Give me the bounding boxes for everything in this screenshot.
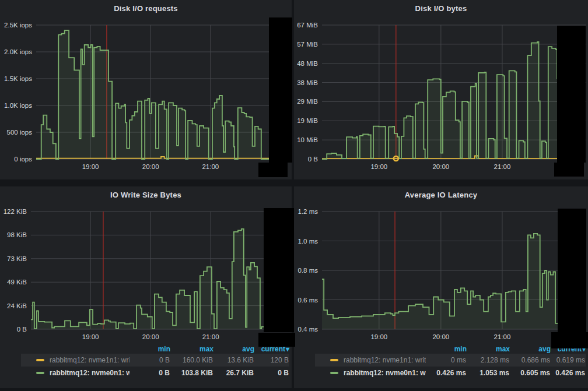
legend-col-min[interactable]: min xyxy=(130,345,170,353)
y-tick-label: 0 iops xyxy=(14,156,32,163)
series-color-swatch[interactable] xyxy=(330,359,338,361)
legend-row-nvme0n1[interactable]: rabbitmq12: nvme0n1: write 0.426 ms 1.05… xyxy=(315,367,586,379)
legend-col-max[interactable]: max xyxy=(467,345,510,353)
x-tick-label: 21:00 xyxy=(202,333,219,340)
y-tick-label: 2.0K iops xyxy=(4,48,32,55)
redaction-box xyxy=(258,163,288,177)
legend-max-value: 160.0 KiB xyxy=(170,356,214,364)
series-label[interactable]: rabbitmq12: nvme0n1: write xyxy=(50,369,130,377)
legend-col-min[interactable]: min xyxy=(426,345,467,353)
y-tick-label: 1.2 ms xyxy=(298,208,318,215)
y-tick-label: 19 MiB xyxy=(297,117,318,124)
y-tick-label: 48 MiB xyxy=(297,60,318,67)
legend-row-nvme0n1[interactable]: rabbitmq12: nvme0n1: write 0 B 103.8 KiB… xyxy=(21,367,289,379)
y-tick-label: 49 KiB xyxy=(7,279,27,286)
legend-table: min max avg current▾ rabbitmq12: nvme1n1… xyxy=(315,344,586,379)
y-tick-label: 2.5K iops xyxy=(4,22,32,29)
x-tick-label: 20:00 xyxy=(142,163,159,170)
legend-col-avg[interactable]: avg xyxy=(214,345,254,353)
legend-avg-value: 0.605 ms xyxy=(510,369,551,377)
legend-min-value: 0.426 ms xyxy=(426,369,467,377)
panel-disk-io-requests: Disk I/O requests 0 iops500 iops1.0K iop… xyxy=(0,0,292,179)
x-tick-label: 20:00 xyxy=(142,333,159,340)
series-line xyxy=(322,42,562,159)
y-tick-label: 0 B xyxy=(17,326,27,333)
y-tick-label: 0.8 ms xyxy=(298,267,318,274)
series-fill xyxy=(31,229,268,329)
y-tick-label: 1.0 ms xyxy=(298,238,318,245)
panel-io-write-size-bytes: IO Write Size Bytes 0 B24 KiB49 KiB73 Ki… xyxy=(0,186,292,388)
redaction-box xyxy=(558,209,586,333)
panel-average-io-latency: Average IO Latency 0.4 ms0.6 ms0.8 ms1.0… xyxy=(294,186,588,388)
series-color-swatch[interactable] xyxy=(36,359,44,361)
legend-min-value: 0 B xyxy=(130,369,170,377)
y-tick-label: 29 MiB xyxy=(297,98,318,105)
x-tick-label: 19:00 xyxy=(370,163,387,170)
series-color-swatch[interactable] xyxy=(330,372,338,374)
x-tick-label: 20:00 xyxy=(432,333,449,340)
y-tick-label: 0.6 ms xyxy=(298,297,318,304)
x-tick-label: 21:00 xyxy=(494,333,511,340)
legend-col-avg[interactable]: avg xyxy=(510,345,551,353)
legend-header-row: min max avg current▾ xyxy=(21,344,289,354)
y-tick-label: 38 MiB xyxy=(297,79,318,86)
redaction-box xyxy=(269,17,292,163)
x-tick-label: 19:00 xyxy=(370,333,387,340)
series-label[interactable]: rabbitmq12: nvme0n1: write xyxy=(344,369,426,377)
y-tick-label: 98 KiB xyxy=(7,231,27,238)
legend-min-value: 0 B xyxy=(130,356,170,364)
redaction-box xyxy=(551,332,588,348)
legend-current-value: 0.426 ms xyxy=(551,369,586,377)
y-tick-label: 57 MiB xyxy=(297,41,318,48)
legend-current-value: 0.619 ms xyxy=(551,356,586,364)
redaction-box xyxy=(554,163,584,177)
legend-min-value: 0 ms xyxy=(426,356,467,364)
disk-io-requests-chart[interactable]: 0 iops500 iops1.0K iops1.5K iops2.0K iop… xyxy=(0,0,292,179)
redaction-box xyxy=(258,333,295,347)
legend-avg-value: 13.6 KiB xyxy=(214,356,254,364)
y-tick-label: 122 KiB xyxy=(4,208,27,215)
x-tick-label: 21:00 xyxy=(494,163,511,170)
x-tick-label: 20:00 xyxy=(432,163,449,170)
legend-max-value: 2.128 ms xyxy=(467,356,510,364)
y-tick-label: 24 KiB xyxy=(7,302,27,309)
series-fill xyxy=(322,234,558,329)
legend-col-max[interactable]: max xyxy=(170,345,214,353)
y-tick-label: 500 iops xyxy=(7,129,33,136)
legend-current-value: 0 B xyxy=(254,369,289,377)
series-label[interactable]: rabbitmq12: nvme1n1: write xyxy=(344,356,426,364)
legend-avg-value: 0.686 ms xyxy=(510,356,551,364)
y-tick-label: 73 KiB xyxy=(7,255,27,262)
y-tick-label: 67 MiB xyxy=(297,22,318,29)
y-tick-label: 1.0K iops xyxy=(4,102,32,109)
series-color-swatch[interactable] xyxy=(36,372,44,374)
legend-header-row: min max avg current▾ xyxy=(315,344,586,354)
x-tick-label: 19:00 xyxy=(82,163,99,170)
series-fill xyxy=(322,42,562,159)
y-tick-label: 0 B xyxy=(308,156,318,163)
y-tick-label: 0.4 ms xyxy=(298,326,318,333)
legend-table: min max avg current▾ rabbitmq12: nvme1n1… xyxy=(21,344,289,379)
x-tick-label: 19:00 xyxy=(82,333,99,340)
x-tick-label: 21:00 xyxy=(202,163,219,170)
redaction-box xyxy=(264,208,294,332)
series-fill xyxy=(36,30,272,159)
series-label[interactable]: rabbitmq12: nvme1n1: write xyxy=(50,356,130,364)
legend-avg-value: 26.7 KiB xyxy=(214,369,254,377)
legend-max-value: 103.8 KiB xyxy=(170,369,214,377)
legend-row-nvme1n1[interactable]: rabbitmq12: nvme1n1: write 0 B 160.0 KiB… xyxy=(21,354,289,367)
legend-row-nvme1n1[interactable]: rabbitmq12: nvme1n1: write 0 ms 2.128 ms… xyxy=(315,354,586,367)
legend-current-value: 120 B xyxy=(254,356,289,364)
y-tick-label: 10 MiB xyxy=(297,136,318,143)
legend-max-value: 1.053 ms xyxy=(467,369,510,377)
panel-disk-io-bytes: Disk I/O bytes 0 B10 MiB19 MiB29 MiB38 M… xyxy=(294,0,588,179)
redaction-box xyxy=(557,26,586,163)
disk-io-bytes-chart[interactable]: 0 B10 MiB19 MiB29 MiB38 MiB48 MiB57 MiB6… xyxy=(294,0,588,179)
y-tick-label: 1.5K iops xyxy=(4,75,32,82)
